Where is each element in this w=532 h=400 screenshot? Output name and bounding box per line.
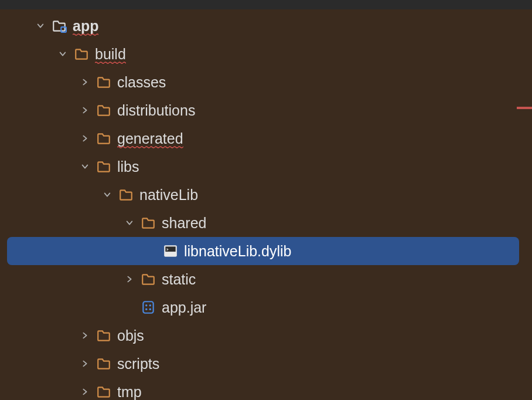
tree-item-label: distributions xyxy=(117,102,195,119)
chevron-down-icon[interactable] xyxy=(57,49,68,59)
folder-icon xyxy=(74,46,89,62)
tree-item-label: generated xyxy=(117,130,183,147)
chevron-down-icon[interactable] xyxy=(124,218,135,228)
chevron-right-icon[interactable] xyxy=(80,358,90,369)
tree-item-scripts[interactable]: scripts xyxy=(0,350,532,378)
tree-item-app[interactable]: app xyxy=(0,12,532,40)
chevron-right-icon[interactable] xyxy=(80,77,90,87)
folder-icon xyxy=(96,328,111,343)
tree-item-distributions[interactable]: distributions xyxy=(0,96,532,124)
tree-item-label: shared xyxy=(162,215,206,232)
tree-item-label: nativeLib xyxy=(139,187,198,204)
tree-item-label: app xyxy=(73,18,98,35)
tree-item-tmp[interactable]: tmp xyxy=(0,378,532,400)
chevron-down-icon[interactable] xyxy=(102,189,112,200)
tree-item-libs[interactable]: libs xyxy=(0,152,532,181)
tree-item-libnative[interactable]: libnativeLib.dylib xyxy=(7,237,519,265)
folder-icon xyxy=(96,131,111,146)
chevron-right-icon[interactable] xyxy=(80,133,90,144)
folder-icon xyxy=(96,384,111,399)
module-folder-icon xyxy=(52,18,67,33)
folder-icon xyxy=(96,103,111,118)
tree-item-generated[interactable]: generated xyxy=(0,124,532,152)
error-stripe-marker[interactable] xyxy=(517,107,532,109)
tree-item-label: app.jar xyxy=(162,299,206,316)
tree-item-label: libnativeLib.dylib xyxy=(184,243,291,260)
chevron-right-icon[interactable] xyxy=(124,274,135,284)
chevron-right-icon[interactable] xyxy=(80,105,90,116)
folder-icon xyxy=(96,159,111,174)
tree-item-label: objs xyxy=(117,327,144,344)
tree-item-appjar[interactable]: app.jar xyxy=(0,293,532,321)
tree-item-nativeLib[interactable]: nativeLib xyxy=(0,181,532,209)
folder-icon xyxy=(96,356,111,371)
tree-item-objs[interactable]: objs xyxy=(0,321,532,350)
tree-item-label: build xyxy=(95,46,126,63)
tree-item-label: libs xyxy=(117,158,139,175)
chevron-right-icon[interactable] xyxy=(80,387,90,397)
chevron-down-icon[interactable] xyxy=(80,161,90,172)
folder-icon xyxy=(141,215,156,230)
tree-item-static[interactable]: static xyxy=(0,265,532,293)
project-tree[interactable]: appbuildclassesdistributionsgeneratedlib… xyxy=(0,9,532,400)
tree-item-label: classes xyxy=(117,74,166,91)
tree-item-label: scripts xyxy=(117,355,159,372)
folder-icon xyxy=(141,272,156,287)
tree-item-label: static xyxy=(162,271,196,288)
window-titlebar xyxy=(0,0,532,9)
tree-item-build[interactable]: build xyxy=(0,40,532,68)
tree-item-classes[interactable]: classes xyxy=(0,68,532,96)
jar-file-icon xyxy=(141,300,156,315)
folder-icon xyxy=(96,74,111,90)
terminal-file-icon xyxy=(163,243,178,259)
tree-item-label: tmp xyxy=(117,384,142,401)
chevron-right-icon[interactable] xyxy=(80,330,90,341)
folder-icon xyxy=(118,187,134,202)
chevron-down-icon[interactable] xyxy=(35,21,46,31)
tree-item-shared[interactable]: shared xyxy=(0,209,532,237)
